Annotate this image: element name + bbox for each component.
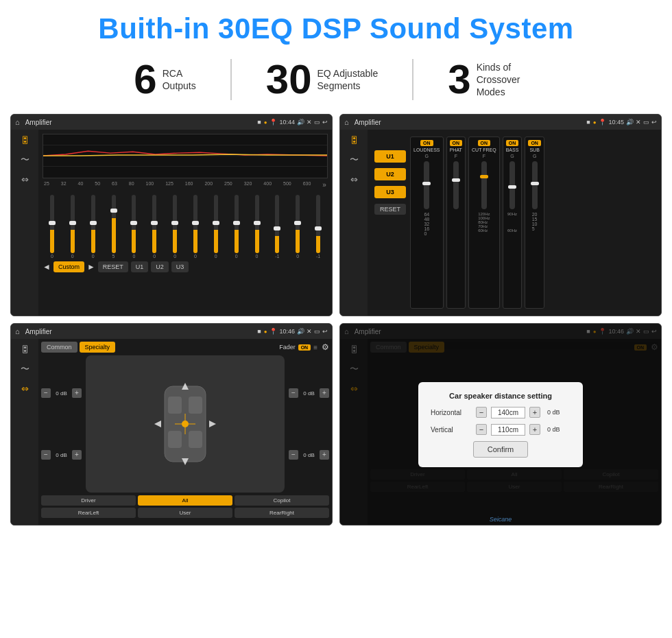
fader-menu-icon[interactable]: ≡ bbox=[313, 344, 317, 351]
eq-sidebar-balance-icon[interactable]: ⇔ bbox=[21, 174, 29, 185]
fader-on-badge[interactable]: ON bbox=[298, 344, 311, 351]
loudness-slider[interactable] bbox=[424, 161, 429, 209]
eq-graph bbox=[43, 134, 328, 178]
eq-u3-btn[interactable]: U3 bbox=[171, 261, 189, 272]
amp-location-icon: 📍 bbox=[599, 119, 606, 126]
user-btn[interactable]: User bbox=[138, 508, 232, 518]
cutfreq-label: CUT FREQ bbox=[472, 147, 496, 152]
eq-slider-5[interactable]: 0 bbox=[124, 195, 143, 259]
seicane-watermark: Seicane bbox=[490, 516, 512, 523]
amp-u2-btn[interactable]: U2 bbox=[374, 168, 406, 180]
vertical-minus-btn[interactable]: − bbox=[476, 424, 487, 435]
amp-sub-channel: ON SUB G 2015105 bbox=[525, 137, 544, 309]
driver-btn[interactable]: Driver bbox=[41, 495, 136, 506]
eq-slider-4[interactable]: 5 bbox=[104, 195, 123, 259]
sub-label: SUB bbox=[529, 147, 539, 152]
eq-band-32: 32 bbox=[61, 181, 67, 189]
db-val-4: 0 dB bbox=[300, 452, 317, 458]
confirm-button[interactable]: Confirm bbox=[473, 441, 529, 458]
eq-u2-btn[interactable]: U2 bbox=[151, 261, 169, 272]
eq-sidebar-eq-icon[interactable]: 🎛 bbox=[21, 135, 29, 145]
amp-sidebar: 🎛 〜 ⇔ bbox=[340, 130, 368, 316]
phat-on-badge[interactable]: ON bbox=[450, 140, 463, 146]
amp-u3-btn[interactable]: U3 bbox=[374, 186, 406, 198]
home-icon[interactable]: ⌂ bbox=[15, 118, 20, 126]
eq-slider-12[interactable]: -1 bbox=[267, 195, 287, 259]
right-db-controls: − 0 dB + − 0 dB + bbox=[289, 355, 329, 493]
db-minus-4[interactable]: − bbox=[289, 450, 298, 460]
eq-slider-11[interactable]: 0 bbox=[248, 195, 267, 259]
amp-u1-btn[interactable]: U1 bbox=[374, 150, 406, 163]
eq-slider-1[interactable]: 0 bbox=[43, 195, 62, 259]
eq-prev-icon[interactable]: ◄ bbox=[43, 262, 51, 272]
eq-slider-3[interactable]: 0 bbox=[84, 195, 103, 259]
eq-slider-9[interactable]: 0 bbox=[206, 195, 226, 259]
horizontal-minus-btn[interactable]: − bbox=[476, 407, 487, 418]
eq-band-labels: 25 32 40 50 63 80 100 125 160 200 250 32… bbox=[43, 181, 328, 189]
distance-modal: Car speaker distance setting Horizontal … bbox=[418, 382, 583, 467]
cutfreq-slider[interactable] bbox=[481, 161, 487, 209]
amp-dot-icon: ● bbox=[593, 119, 597, 126]
eq-location-icon: 📍 bbox=[269, 119, 277, 126]
expand-icon[interactable]: » bbox=[322, 181, 326, 189]
db-val-1: 0 dB bbox=[53, 390, 70, 397]
amp-reset-btn[interactable]: RESET bbox=[374, 204, 406, 215]
fader-specialty-tab[interactable]: Specialty bbox=[80, 342, 116, 353]
eq-slider-10[interactable]: 0 bbox=[227, 195, 246, 259]
eq-next-icon[interactable]: ► bbox=[87, 262, 95, 272]
amp-sidebar-balance-icon[interactable]: ⇔ bbox=[350, 174, 358, 185]
fader-sidebar-balance-icon[interactable]: ⇔ bbox=[21, 383, 29, 394]
amp-cutfreq-channel: ON CUT FREQ F 120Hz100Hz80Hz70Hz60Hz bbox=[468, 137, 500, 309]
car-svg bbox=[151, 379, 219, 469]
horizontal-plus-btn[interactable]: + bbox=[529, 407, 540, 418]
sub-slider[interactable] bbox=[532, 161, 538, 209]
sub-values: 2015105 bbox=[532, 212, 538, 231]
eq-slider-13[interactable]: 0 bbox=[288, 195, 307, 259]
db-minus-3[interactable]: − bbox=[289, 388, 298, 398]
loudness-on-badge[interactable]: ON bbox=[420, 140, 433, 146]
db-plus-4[interactable]: + bbox=[320, 450, 329, 460]
eq-back-icon[interactable]: ↩ bbox=[322, 119, 328, 126]
eq-custom-btn[interactable]: Custom bbox=[53, 261, 84, 272]
eq-window-icon: ▭ bbox=[314, 119, 320, 126]
fader-back-icon[interactable]: ↩ bbox=[322, 328, 328, 335]
db-plus-3[interactable]: + bbox=[320, 388, 329, 398]
all-btn[interactable]: All bbox=[138, 495, 232, 506]
rearleft-btn[interactable]: RearLeft bbox=[41, 508, 136, 518]
eq-reset-btn[interactable]: RESET bbox=[98, 261, 128, 272]
fader-settings-icon[interactable]: ⚙ bbox=[322, 342, 329, 352]
db-plus-1[interactable]: + bbox=[72, 388, 82, 398]
bass-slider[interactable] bbox=[509, 161, 515, 209]
db-plus-2[interactable]: + bbox=[72, 450, 82, 460]
fader-sidebar-wave-icon[interactable]: 〜 bbox=[21, 363, 29, 375]
eq-slider-7[interactable]: 0 bbox=[165, 195, 184, 259]
eq-val-13: 0 bbox=[296, 254, 299, 259]
phat-slider[interactable] bbox=[453, 161, 459, 209]
db-minus-1[interactable]: − bbox=[41, 388, 51, 398]
stat-eq-number: 30 bbox=[266, 59, 312, 100]
eq-slider-6[interactable]: 0 bbox=[145, 195, 164, 259]
eq-u1-btn[interactable]: U1 bbox=[131, 261, 149, 272]
phat-label: PHAT bbox=[450, 147, 462, 152]
vertical-plus-btn[interactable]: + bbox=[529, 424, 540, 435]
rearright-btn[interactable]: RearRight bbox=[235, 508, 329, 518]
fader-common-tab[interactable]: Common bbox=[41, 342, 77, 353]
fader-sidebar-eq-icon[interactable]: 🎛 bbox=[21, 344, 29, 355]
bass-on-badge[interactable]: ON bbox=[506, 140, 519, 146]
eq-slider-8[interactable]: 0 bbox=[186, 195, 205, 259]
eq-band-100: 100 bbox=[146, 181, 154, 189]
amp-back-icon[interactable]: ↩ bbox=[651, 119, 657, 126]
fader-on-label: Fader bbox=[279, 344, 296, 351]
sub-on-badge[interactable]: ON bbox=[528, 140, 541, 146]
amp-home-icon[interactable]: ⌂ bbox=[344, 118, 349, 126]
eq-sidebar-wave-icon[interactable]: 〜 bbox=[21, 154, 29, 166]
eq-screen: ⌂ Amplifier ■ ● 📍 10:44 🔊 ✕ ▭ ↩ 🎛 〜 ⇔ bbox=[10, 114, 333, 316]
amp-sidebar-eq-icon[interactable]: 🎛 bbox=[350, 135, 359, 145]
cutfreq-on-badge[interactable]: ON bbox=[478, 140, 491, 146]
eq-slider-2[interactable]: 0 bbox=[63, 195, 82, 259]
eq-slider-14[interactable]: -1 bbox=[309, 195, 328, 259]
amp-sidebar-wave-icon[interactable]: 〜 bbox=[350, 154, 359, 166]
copilot-btn[interactable]: Copilot bbox=[235, 495, 329, 506]
fader-home-icon[interactable]: ⌂ bbox=[15, 327, 20, 335]
db-minus-2[interactable]: − bbox=[41, 450, 51, 460]
